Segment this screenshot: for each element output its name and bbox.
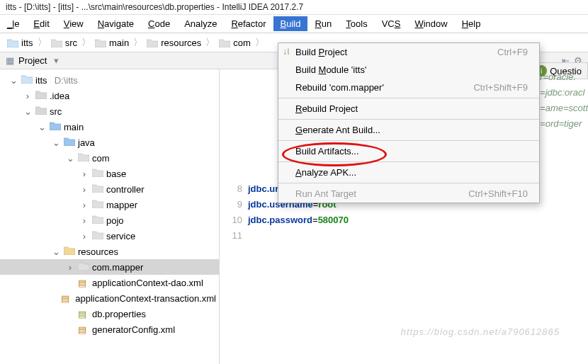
menu-build[interactable]: Build <box>273 16 308 31</box>
menu-analyze[interactable]: Analyze <box>177 16 224 31</box>
chevron-down-icon[interactable]: ⌄ <box>51 246 61 257</box>
menu-tools[interactable]: Tools <box>339 16 374 31</box>
tree-node-java[interactable]: ⌄java <box>0 135 219 150</box>
folder-icon <box>21 74 33 86</box>
menu-separator <box>278 183 539 183</box>
tree-node-applicationContext-dao-xml[interactable]: ▤applicationContext-dao.xml <box>0 275 219 290</box>
editor-line: r=oracle. <box>540 69 588 85</box>
menu-vc[interactable]: VCS <box>375 16 408 31</box>
line-number: 8 <box>220 181 242 197</box>
menu-item-build-module--itts-[interactable]: Build Module 'itts' <box>278 61 539 79</box>
editor-line[interactable]: jdbc.password=580070 <box>248 212 349 228</box>
menu-item-analyze-apk---[interactable]: Analyze APK... <box>278 164 539 181</box>
chevron-right-icon: 〉 <box>81 36 91 49</box>
line-number: 11 <box>220 228 242 244</box>
menu-item-build-project[interactable]: ↓⁞Build ProjectCtrl+F9 <box>278 43 539 61</box>
chevron-right-icon[interactable]: › <box>23 91 33 101</box>
folder-icon <box>35 106 47 117</box>
menu-view[interactable]: View <box>57 16 91 31</box>
menu-item-generate-ant-build---[interactable]: Generate Ant Build... <box>278 121 539 139</box>
menu-code[interactable]: Code <box>141 16 177 31</box>
crumb-src[interactable]: src <box>48 37 80 49</box>
build-menu-dropdown: ↓⁞Build ProjectCtrl+F9Build Module 'itts… <box>278 42 540 203</box>
dropdown-arrow-icon[interactable]: ▾ <box>54 55 59 66</box>
menu-separator <box>278 98 539 98</box>
tree-node-applicationContext-transaction-xml[interactable]: ▤applicationContext-transaction.xml <box>0 290 219 306</box>
chevron-down-icon[interactable]: ⌄ <box>65 153 75 164</box>
folder-icon: ▤ <box>78 324 89 335</box>
chevron-right-icon[interactable]: › <box>79 200 89 210</box>
folder-icon: ▤ <box>78 309 89 319</box>
crumb-com[interactable]: com <box>216 37 254 49</box>
menu-refactor[interactable]: Refactor <box>224 16 273 31</box>
menu-window[interactable]: Window <box>407 16 454 31</box>
chevron-down-icon[interactable]: ⌄ <box>23 106 33 117</box>
menu-separator <box>278 140 539 141</box>
editor-line: =jdbc:oracl <box>540 85 588 101</box>
project-tree[interactable]: ⌄ittsD:\itts›.idea⌄src⌄main⌄java⌄com›bas… <box>0 69 220 364</box>
tree-node-service[interactable]: ›service <box>0 228 219 244</box>
chevron-right-icon: 〉 <box>38 36 47 49</box>
shortcut-label: Ctrl+Shift+F9 <box>473 82 528 93</box>
folder-icon: ▤ <box>78 278 89 288</box>
chevron-down-icon[interactable]: ⌄ <box>51 137 61 148</box>
tree-node-resources[interactable]: ⌄resources <box>0 244 219 259</box>
menu-ru[interactable]: Run <box>307 16 339 31</box>
editor-gutter: 891011 <box>220 69 248 364</box>
editor-line[interactable] <box>248 228 349 244</box>
menu-item-rebuild-project[interactable]: Rebuild Project <box>278 100 539 118</box>
build-icon: ↓⁞ <box>283 47 290 57</box>
tree-node-db-properties[interactable]: ▤db.properties <box>0 306 219 322</box>
menu-edit[interactable]: Edit <box>26 16 56 31</box>
tree-node-main[interactable]: ⌄main <box>0 119 219 135</box>
chevron-right-icon[interactable]: › <box>79 184 89 195</box>
chevron-right-icon[interactable]: › <box>79 231 89 241</box>
menu-separator <box>278 161 539 162</box>
project-panel-title: Project <box>18 55 47 66</box>
folder-icon <box>35 90 47 101</box>
folder-icon: ▤ <box>61 293 72 304</box>
menu-item-run-ant-target: Run Ant TargetCtrl+Shift+F10 <box>278 185 539 203</box>
folder-icon <box>92 230 103 241</box>
project-icon: ▦ <box>6 55 14 66</box>
menu-bar: _leEditViewNavigateCodeAnalyzeRefactorBu… <box>0 15 588 33</box>
folder-icon <box>78 261 89 273</box>
watermark: https://blog.csdn.net/a790612865 <box>401 326 560 337</box>
tree-node-pojo[interactable]: ›pojo <box>0 212 219 228</box>
crumb-itts[interactable]: itts <box>4 37 36 49</box>
tree-node-controller[interactable]: ›controller <box>0 181 219 197</box>
tree-node-generatorConfig-xml[interactable]: ▤generatorConfig.xml <box>0 322 219 337</box>
folder-icon <box>64 246 75 257</box>
chevron-right-icon[interactable]: › <box>79 169 89 179</box>
shortcut-label: Ctrl+Shift+F10 <box>468 188 528 199</box>
tree-node-base[interactable]: ›base <box>0 166 219 181</box>
chevron-right-icon[interactable]: › <box>65 262 75 273</box>
chevron-down-icon[interactable]: ⌄ <box>37 122 47 132</box>
line-number: 9 <box>220 197 242 212</box>
chevron-right-icon[interactable]: › <box>79 215 89 226</box>
tree-node-src[interactable]: ⌄src <box>0 103 219 119</box>
folder-icon <box>92 183 103 195</box>
folder-icon <box>92 215 103 226</box>
folder-icon <box>64 137 75 148</box>
menu-item-rebuild--com-mapper-[interactable]: Rebuild 'com.mapper'Ctrl+Shift+F9 <box>278 79 539 96</box>
chevron-down-icon[interactable]: ⌄ <box>9 75 18 86</box>
window-title: itts - [D:\itts] - [itts] - ...\src\main… <box>0 0 588 15</box>
crumb-main[interactable]: main <box>92 37 132 49</box>
editor-peek: r=oracle.=jdbc:oracl=ame=scott=ord=tiger <box>540 69 588 132</box>
chevron-right-icon: 〉 <box>255 36 264 49</box>
tree-node-com-mapper[interactable]: ›com.mapper <box>0 259 219 275</box>
tree-node-itts[interactable]: ⌄ittsD:\itts <box>0 72 219 88</box>
tree-node--idea[interactable]: ›.idea <box>0 88 219 103</box>
chevron-right-icon: 〉 <box>205 36 215 49</box>
line-number: 10 <box>220 212 242 228</box>
folder-icon <box>92 168 103 179</box>
crumb-resources[interactable]: resources <box>144 37 204 49</box>
tree-node-com[interactable]: ⌄com <box>0 150 219 166</box>
chevron-right-icon: 〉 <box>133 36 142 49</box>
tree-node-mapper[interactable]: ›mapper <box>0 197 219 212</box>
menu-item-build-artifacts---[interactable]: Build Artifacts... <box>278 142 539 160</box>
menu-navigate[interactable]: Navigate <box>91 16 141 31</box>
menu-help[interactable]: Help <box>455 16 488 31</box>
menu-le[interactable]: _le <box>0 16 26 31</box>
